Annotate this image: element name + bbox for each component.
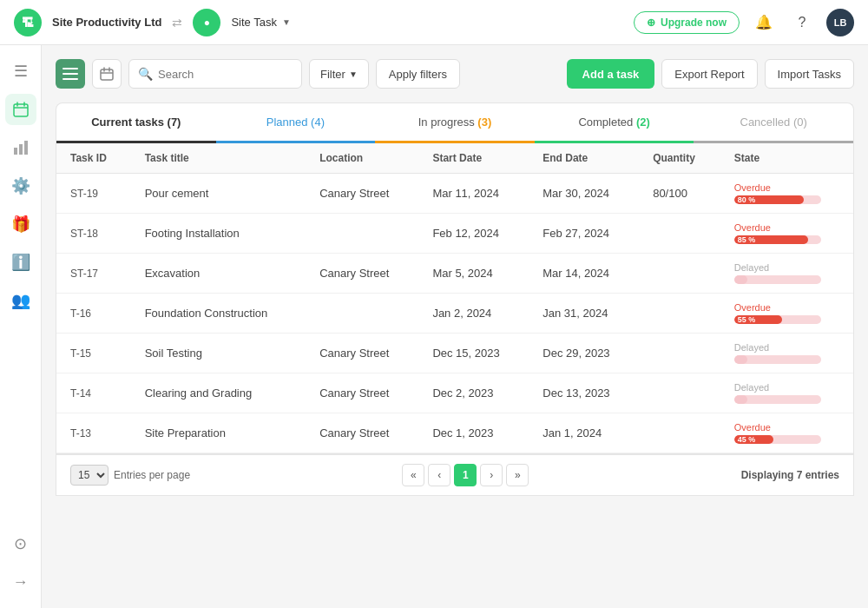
task-state: Overdue 45 % [720,413,853,453]
delayed-fill-bar [734,275,747,284]
progress-bar-fill: 45 % [734,435,773,444]
state-label: Overdue [734,422,839,433]
sidebar-item-settings[interactable]: ⚙️ [5,170,36,202]
help-button[interactable]: ? [788,9,816,36]
task-title: Footing Installation [131,214,306,254]
task-id: T-16 [56,294,131,334]
tab-planned[interactable]: Planned (4) [216,103,376,143]
delayed-fill-bar [734,355,747,364]
swap-icon[interactable]: ⇄ [172,16,182,30]
sidebar-item-globe[interactable]: ⊙ [5,528,36,559]
tab-inprogress[interactable]: In progress (3) [375,103,535,143]
task-title: Excavation [131,254,306,294]
export-button[interactable]: Export Report [661,59,757,89]
page-first-button[interactable]: « [402,464,424,486]
sidebar-item-calendar[interactable] [5,94,36,125]
table-row[interactable]: ST-18 Footing Installation Feb 12, 2024 … [56,214,853,254]
progress-value: 80 % [738,195,756,204]
progress-bar-bg: 80 % [734,195,821,204]
col-quantity: Quantity [639,143,720,174]
sidebar: ☰ ⚙️ 🎁 ℹ️ 👥 ⊙ → [0,45,42,608]
tab-completed[interactable]: Completed (2) [535,103,694,143]
apply-filters-button[interactable]: Apply filters [376,59,460,89]
page-prev-button[interactable]: ‹ [428,464,450,486]
filter-chevron-icon: ▼ [349,69,358,79]
tabs: Current tasks (7) Planned (4) In progres… [56,102,854,143]
site-task-label: Site Task [231,16,277,29]
task-state: Overdue 80 % [720,174,853,214]
top-nav: 🏗 Site Productivity Ltd ⇄ ● Site Task ▼ … [0,0,868,45]
notifications-button[interactable]: 🔔 [750,9,778,36]
task-quantity [639,294,720,334]
main-content: 🔍 Filter ▼ Apply filters Add a task Expo… [42,45,868,608]
table-row[interactable]: T-14 Clearing and Grading Canary Street … [56,373,853,413]
progress-bar-fill: 85 % [734,235,808,244]
import-label: Import Tasks [778,68,841,81]
sidebar-item-chart[interactable] [5,132,36,163]
sidebar-item-arrow[interactable]: → [5,566,36,598]
task-start-date: Dec 2, 2023 [418,373,529,413]
company-icon: 🏗 [14,9,42,36]
task-end-date: Mar 30, 2024 [529,174,639,214]
svg-rect-0 [14,104,28,116]
sidebar-item-info[interactable]: ℹ️ [5,247,36,278]
page-last-button[interactable]: » [506,464,529,486]
calendar-view-button[interactable] [92,59,122,89]
upgrade-label: Upgrade now [661,17,727,29]
progress-value: 45 % [738,435,756,444]
company-name: Site Productivity Ltd [52,16,161,29]
task-id: T-15 [56,334,131,373]
task-id: T-14 [56,373,131,413]
task-end-date: Feb 27, 2024 [529,214,639,254]
col-task-title: Task title [131,143,306,174]
table-row[interactable]: ST-19 Pour cement Canary Street Mar 11, … [56,174,853,214]
task-id: ST-19 [56,174,131,214]
state-label: Overdue [734,222,839,233]
tab-cancelled[interactable]: Cancelled (0) [694,103,853,143]
sidebar-item-users[interactable]: 👥 [5,285,36,316]
task-end-date: Dec 29, 2023 [529,334,639,373]
svg-rect-4 [14,148,17,155]
progress-value: 55 % [738,315,756,324]
per-page-select[interactable]: 15 25 50 [70,465,108,486]
progress-bar-bg: 45 % [734,435,821,444]
table-row[interactable]: T-16 Foundation Construction Jan 2, 2024… [56,294,853,334]
upgrade-button[interactable]: ⊕ Upgrade now [634,11,740,34]
state-label: Delayed [734,342,839,353]
site-task-dropdown[interactable]: Site Task ▼ [231,16,290,29]
task-location [306,294,418,334]
add-task-button[interactable]: Add a task [567,59,655,89]
svg-rect-6 [24,141,28,155]
sidebar-bottom: ⊙ → [5,528,36,598]
sidebar-item-menu[interactable]: ☰ [5,56,36,87]
page-1-button[interactable]: 1 [454,464,477,486]
list-view-button[interactable] [56,59,85,89]
task-end-date: Jan 31, 2024 [529,294,639,334]
delayed-bar [734,355,821,364]
nav-right: ⊕ Upgrade now 🔔 ? LB [634,9,854,36]
page-next-button[interactable]: › [480,464,503,486]
progress-bar-bg: 55 % [734,315,821,324]
apply-filters-label: Apply filters [389,68,447,81]
progress-bar-bg: 85 % [734,235,821,244]
import-button[interactable]: Import Tasks [765,59,854,89]
task-start-date: Feb 12, 2024 [418,214,529,254]
delayed-bar [734,395,821,404]
sidebar-item-gift[interactable]: 🎁 [5,208,36,240]
task-start-date: Mar 11, 2024 [418,174,529,214]
svg-rect-8 [62,73,78,75]
tab-current[interactable]: Current tasks (7) [56,103,216,143]
task-quantity [639,214,720,254]
table-row[interactable]: T-15 Soil Testing Canary Street Dec 15, … [56,334,853,373]
state-label: Delayed [734,382,839,393]
task-id: ST-18 [56,214,131,254]
table-row[interactable]: ST-17 Excavation Canary Street Mar 5, 20… [56,254,853,294]
col-task-id: Task ID [56,143,131,174]
task-location: Canary Street [306,413,418,453]
filter-button[interactable]: Filter ▼ [309,59,369,89]
table-row[interactable]: T-13 Site Preparation Canary Street Dec … [56,413,853,453]
col-location: Location [306,143,418,174]
search-input[interactable] [158,68,293,81]
state-label: Overdue [734,302,839,313]
user-badge[interactable]: LB [826,9,854,36]
